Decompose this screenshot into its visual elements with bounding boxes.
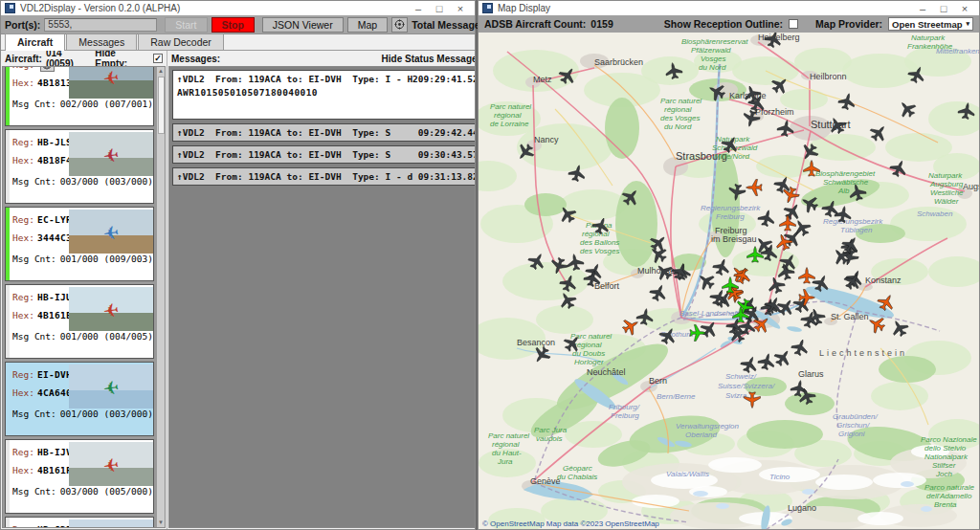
scroll-down-icon[interactable]: ▼ [158, 519, 164, 527]
close-button[interactable]: × [954, 2, 975, 15]
message-item[interactable]: ↑ VDL2 From: 119ACA to: EI-DVH Type: I -… [172, 70, 475, 120]
map-label: Oberland [685, 431, 717, 439]
map-label: Parc Jura [534, 426, 568, 434]
map-label: Parco Nazionale [921, 435, 977, 444]
map-label: Biosphärenreservat [681, 37, 748, 46]
settings-button[interactable] [391, 17, 408, 33]
msg-cnt-label: Msg Cnt: [12, 331, 56, 342]
tab-aircraft[interactable]: Aircraft [5, 33, 65, 51]
map-label: Wälder [934, 197, 959, 206]
map-toolbar: ADSB Aircraft Count: 0159 Show Reception… [479, 15, 979, 33]
aircraft-list-item[interactable]: Reg: HB-JDE Hex: 4B1816 [5, 517, 154, 527]
to-label: to: [286, 74, 302, 84]
map-label: Nancy [534, 135, 559, 144]
hex-label: Hex: [12, 387, 34, 398]
scroll-up-icon[interactable]: ▲ [158, 67, 164, 76]
start-button[interactable]: Start [165, 17, 207, 33]
tab-messages[interactable]: Messages [66, 33, 137, 50]
map-label: dell'Adamello [926, 492, 972, 500]
aircraft-header-label: Aircraft: [5, 54, 42, 64]
payload-text: AWR101505010507180040010 [177, 87, 475, 98]
map-label: Parc naturel [660, 97, 702, 105]
map-label: Westliche [930, 188, 964, 197]
map-label: des Vosges [660, 114, 701, 122]
aircraft-photo: ✈ [69, 519, 153, 527]
map-label: Pfälzerwald [691, 46, 731, 55]
airplane-icon: ✈ [101, 373, 120, 400]
aircraft-list-item[interactable]: Reg: EI-DVH Hex: 4CA640 [5, 362, 154, 436]
map-label: Tübingen [840, 226, 873, 234]
hide-empty-checkbox[interactable]: ✓ [153, 54, 163, 63]
map-label: Frankenhöhe [907, 42, 953, 51]
port-input[interactable] [44, 18, 157, 32]
to-label: to: [286, 149, 302, 160]
vdl2-titlebar[interactable]: VDL2Display - Version 0.2.0 (ALPHA) – □ … [1, 1, 475, 15]
map-label: vaudois [536, 434, 563, 443]
msg-cnt-value: 002/000 (007/001) [60, 99, 153, 109]
aircraft-list-item[interactable]: Reg: HB-IJV Hex: 4B161F [5, 439, 154, 514]
map-label: Regierungsbezirk [823, 217, 883, 226]
map-label: Liechtenstein [819, 348, 907, 358]
map-label: Schwäbische [823, 178, 869, 187]
close-button[interactable]: × [450, 2, 471, 15]
map-titlebar[interactable]: Map Display – □ × [479, 1, 979, 15]
map-label: des Ballons [580, 238, 619, 247]
aircraft-list-scrollbar[interactable]: ▲ ▼ [156, 67, 165, 527]
map-label: Schweiz/ [725, 372, 757, 381]
messages-panel: Messages: Hide Status Messages: ↑ VDL2 F… [167, 51, 475, 529]
maximize-button[interactable]: □ [429, 2, 450, 15]
map-label: Graubünden/ [833, 412, 878, 421]
map-button[interactable]: Map [347, 17, 388, 33]
aircraft-list: Reg: Hex: 4B1813 [3, 67, 156, 527]
map-label: Biosphärengebiet [815, 169, 876, 178]
reg-label: Reg: [12, 524, 34, 527]
map-label: régional [494, 111, 522, 120]
aircraft-list-item[interactable]: Reg: Hex: 4B1813 [5, 67, 154, 126]
globe-button[interactable] [40, 67, 55, 72]
aircraft-list-item[interactable]: Reg: HB-IJU Hex: 4B161E [5, 284, 154, 359]
minimize-button[interactable]: – [408, 2, 429, 15]
reception-outline-checkbox[interactable] [789, 19, 798, 29]
message-item[interactable]: ↑ VDL2 From: 119ACA to: EI-DVH Type: S 0… [172, 145, 475, 164]
hex-value: 4B161E [37, 310, 72, 320]
json-viewer-button[interactable]: JSON Viewer [262, 17, 344, 33]
reg-value: HB-JDE [37, 524, 72, 527]
map-label: des Vosges [580, 247, 620, 255]
map-label: Saarbrücken [594, 57, 643, 67]
main-toolbar: Port(s): Start Stop JSON Viewer Map Tota… [1, 15, 475, 34]
map-canvas[interactable]: SaarbrückenMetzNancyMulhouseBelfortBesan… [479, 33, 979, 529]
maximize-button[interactable]: □ [933, 2, 954, 15]
msg-cnt-label: Msg Cnt: [12, 254, 56, 264]
from-value: 119ACA [248, 127, 280, 138]
map-label: Freiburg [611, 411, 639, 420]
gear-icon [394, 19, 405, 30]
map-label: Svizra [725, 391, 747, 400]
map-label: Parco naturale [924, 483, 975, 492]
map-label: St. Gallen [831, 312, 869, 321]
aircraft-list-item[interactable]: Reg: EC-LYR Hex: 3444C3 [5, 207, 154, 281]
airplane-icon: ✈ [101, 296, 120, 322]
message-item[interactable]: ↑ VDL2 From: 119ACA to: EI-DVH Type: I -… [172, 167, 475, 186]
minimize-button[interactable]: – [912, 2, 933, 15]
hex-label: Hex: [12, 310, 34, 320]
protocol: VDL2 [183, 127, 205, 138]
from-label: From: [215, 74, 243, 84]
tab-raw-decoder[interactable]: Raw Decoder [138, 33, 224, 50]
map-label: Géoparc [563, 464, 592, 473]
map-label: Verwaltungsregion [676, 422, 740, 431]
map-label: Bern [649, 376, 667, 386]
scroll-thumb[interactable] [158, 77, 165, 134]
reg-value: HB-JLS [37, 137, 72, 147]
message-item[interactable]: ↑ VDL2 From: 119ACA to: EI-DVH Type: S 0… [172, 123, 475, 142]
map-label: Stilfser [932, 461, 956, 470]
stop-button[interactable]: Stop [212, 17, 255, 33]
airplane-icon: ✈ [101, 451, 120, 477]
protocol: VDL2 [183, 74, 205, 84]
map-label: Mitte/Nord [714, 152, 749, 161]
aircraft-list-item[interactable]: Reg: HB-JLS Hex: 4B18F4 [5, 129, 154, 204]
reg-value: EI-DVH [37, 369, 72, 380]
map-provider-select[interactable]: Open Streetmap ▾ [888, 17, 973, 31]
msg-cnt-label: Msg Cnt: [12, 486, 56, 497]
map-label: Neuchâtel [587, 367, 626, 377]
port-label: Port(s): [5, 19, 40, 31]
